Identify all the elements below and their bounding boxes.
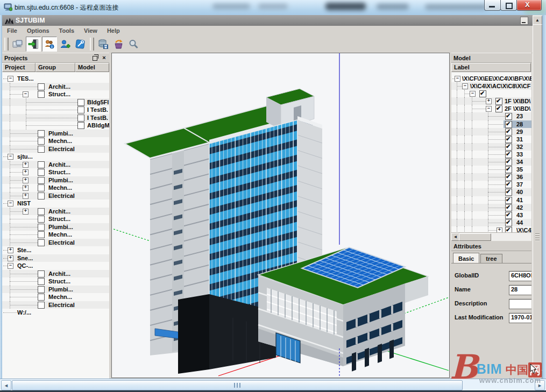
expand-expander[interactable]: + (8, 247, 13, 253)
column-group[interactable]: Group (36, 63, 75, 72)
add-user-button[interactable] (58, 37, 72, 51)
project-tree-row[interactable]: Archit... (2, 270, 109, 278)
tree-checkbox[interactable] (77, 122, 84, 129)
model-tree-row[interactable]: ✔43 (451, 211, 531, 219)
expand-expander[interactable]: + (23, 177, 29, 183)
tree-checkbox[interactable] (38, 224, 45, 231)
attribute-input-description[interactable] (509, 299, 531, 309)
model-tree-row[interactable]: −\X\C4\X\AC\X\C8\X\CF (451, 82, 531, 90)
model-tree-row[interactable]: ✔44 (451, 219, 531, 226)
tree-checkbox[interactable]: ✔ (505, 136, 512, 143)
scroll-right-button[interactable]: ► (535, 380, 545, 390)
collapse-expander[interactable]: − (470, 91, 476, 97)
tree-checkbox[interactable] (38, 302, 45, 309)
tree-checkbox[interactable] (38, 177, 45, 184)
tree-checkbox[interactable] (38, 216, 45, 223)
app-vscrollbar[interactable]: ▲ ▼ (533, 16, 542, 378)
project-tree-row[interactable]: Archit... (2, 83, 109, 91)
project-tree-row[interactable]: Electrical (2, 145, 109, 153)
tree-checkbox[interactable] (38, 184, 45, 191)
rdp-titlebar[interactable]: bim.sjtu.edu.cn:6608 - 远程桌面连接 X (0, 0, 546, 16)
tree-checkbox[interactable] (38, 169, 45, 176)
tree-checkbox[interactable] (38, 83, 45, 90)
rdp-hscroll-thumb[interactable] (12, 380, 463, 390)
expand-expander[interactable]: + (23, 162, 29, 168)
project-tree-row[interactable]: −Struct... (2, 90, 109, 98)
model-hscroll-thumb[interactable] (459, 233, 491, 241)
project-tree-row[interactable]: +Sne... (2, 254, 109, 262)
tab-basic[interactable]: Basic (453, 253, 479, 263)
tree-checkbox[interactable] (38, 231, 45, 238)
tree-checkbox[interactable] (77, 115, 84, 122)
menu-tools[interactable]: Tools (54, 26, 80, 35)
tree-checkbox[interactable] (38, 161, 45, 168)
project-tree-row[interactable]: +Archit... (2, 161, 109, 169)
tree-checkbox[interactable] (38, 130, 45, 137)
tree-checkbox[interactable] (38, 138, 45, 145)
project-tree-row[interactable]: −TES... (2, 75, 109, 83)
model-tree-row[interactable]: ✔32 (451, 143, 531, 151)
tree-checkbox[interactable]: ✔ (495, 105, 502, 112)
menu-view[interactable]: View (79, 26, 102, 35)
model-tree-row[interactable]: ✔28 (451, 120, 531, 128)
project-tree-row[interactable]: Plumbi... (2, 223, 109, 231)
database-save-button[interactable] (96, 37, 110, 51)
vscroll-thumb[interactable] (533, 24, 542, 370)
expand-expander[interactable]: + (8, 255, 13, 261)
tree-checkbox[interactable]: ✔ (505, 129, 512, 136)
panel-close-button[interactable]: × (101, 54, 108, 61)
tree-checkbox[interactable]: ✔ (505, 121, 512, 128)
minimize-button[interactable] (484, 0, 501, 11)
model-tree-row[interactable]: ✔34 (451, 158, 531, 166)
project-tree-row[interactable]: Mechn... (2, 231, 109, 239)
menu-help[interactable]: Help (102, 26, 125, 35)
project-tree-row[interactable]: Bldg5Fl (2, 98, 109, 106)
expand-expander[interactable]: + (23, 185, 29, 191)
project-tree-row[interactable]: Struct... (2, 215, 109, 223)
model-tree-row[interactable]: ✔36 (451, 173, 531, 181)
project-tree-row[interactable]: +Mechn... (2, 184, 109, 192)
project-tree-row[interactable]: +Archit... (2, 208, 109, 216)
project-tree-row[interactable]: ABldgM (2, 122, 109, 130)
tree-checkbox[interactable]: ✔ (505, 204, 512, 211)
tree-checkbox[interactable]: ✔ (495, 98, 502, 105)
collapse-expander[interactable]: − (455, 76, 460, 82)
model-tree-row[interactable]: ✔33 (451, 151, 531, 158)
column-model[interactable]: Model (75, 63, 109, 72)
tree-checkbox[interactable]: ✔ (505, 159, 512, 166)
remote-computers-button[interactable] (11, 37, 25, 51)
attribute-input-last-modification[interactable]: 1970-01 (509, 313, 531, 323)
model-tree-row[interactable]: ✔29 (451, 128, 531, 136)
collapse-expander[interactable]: − (462, 83, 468, 89)
tab-tree[interactable]: tree (480, 254, 502, 263)
project-tree-row[interactable]: Mechn... (2, 137, 109, 145)
model-panel-header[interactable]: Model (451, 53, 531, 63)
project-tree-row[interactable]: +Ste... (2, 246, 109, 254)
model-tree-row[interactable]: ✔23 (451, 112, 531, 120)
column-project[interactable]: Project (2, 63, 36, 72)
model-tree-row[interactable]: ✔40 (451, 188, 531, 196)
project-tree-row[interactable]: Struct... (2, 277, 109, 286)
collapse-expander[interactable]: − (8, 201, 13, 206)
settings-tools-button[interactable] (73, 37, 87, 51)
model-tree-row[interactable]: ✔41 (451, 196, 531, 204)
expand-expander[interactable]: + (23, 169, 29, 175)
viewport-3d[interactable] (111, 53, 450, 378)
project-tree-row[interactable]: −sjtu... (2, 153, 109, 161)
logoff-door-button[interactable] (26, 37, 41, 52)
project-tree-row[interactable]: W:/... (2, 309, 109, 317)
model-tree-row[interactable]: −✔2F \X\BD\ (451, 105, 531, 112)
attribute-input-name[interactable]: 28 (509, 285, 531, 295)
project-tree-row[interactable]: +Struct... (2, 168, 109, 176)
maximize-button[interactable] (500, 0, 517, 11)
tree-checkbox[interactable] (38, 294, 45, 301)
tree-checkbox[interactable]: ✔ (505, 219, 512, 226)
tree-checkbox[interactable]: ✔ (505, 197, 512, 204)
tree-checkbox[interactable]: ✔ (505, 151, 512, 158)
model-tree-row[interactable]: +✔1F \X\BD\ (451, 97, 531, 105)
tree-checkbox[interactable]: ✔ (505, 189, 512, 196)
project-tree-row[interactable]: Plumbi... (2, 286, 109, 294)
tree-checkbox[interactable]: ✔ (505, 166, 512, 173)
model-tree-row[interactable]: ✔37 (451, 181, 531, 188)
project-tree-row[interactable]: Mechn... (2, 293, 109, 301)
